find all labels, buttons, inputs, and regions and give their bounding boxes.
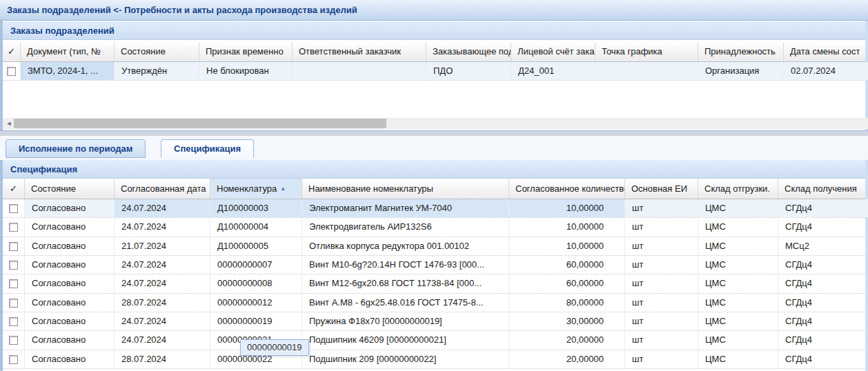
spec-cell-nomenclature[interactable]: Д100000004 xyxy=(210,218,302,237)
spec-cell-warehouse-to[interactable]: СГДц4 xyxy=(778,331,868,350)
spec-col-state[interactable]: Состояние xyxy=(25,179,115,199)
spec-cell-warehouse-to[interactable]: СГДц4 xyxy=(778,350,868,368)
tab-specification[interactable]: Спецификация xyxy=(161,139,254,158)
orders-select-all-header[interactable]: ✓ xyxy=(3,42,21,61)
spec-col-agreed-date[interactable]: Согласованная дата xyxy=(115,179,210,199)
orders-horizontal-scrollbar[interactable]: ◄ xyxy=(3,118,868,129)
row-checkbox[interactable] xyxy=(9,279,18,288)
spec-cell-nomenclature[interactable]: Д100000003 xyxy=(210,199,302,217)
spec-row-checkbox-cell[interactable] xyxy=(3,274,25,293)
spec-cell-nomenclature[interactable]: 00000000007 xyxy=(210,256,302,274)
spec-cell-qty[interactable]: 10,00000 xyxy=(509,218,625,237)
spec-cell-warehouse-from[interactable]: ЦМС xyxy=(698,274,778,293)
row-checkbox[interactable] xyxy=(9,223,18,232)
spec-cell-warehouse-to[interactable]: СГДц4 xyxy=(778,218,868,237)
row-checkbox[interactable] xyxy=(9,261,18,270)
orders-cell-state[interactable]: Утверждён xyxy=(115,62,199,80)
spec-cell-warehouse-to[interactable]: СГДц4 xyxy=(778,199,868,217)
spec-cell-warehouse-from[interactable]: ЦМС xyxy=(698,350,778,368)
spec-col-warehouse-from[interactable]: Склад отгрузки. xyxy=(698,179,778,199)
spec-cell-nomenclature[interactable]: Д100000005 xyxy=(210,237,302,255)
spec-cell-name[interactable]: Отливка корпуса редуктора 001.00102 xyxy=(302,237,509,255)
row-checkbox[interactable] xyxy=(9,242,18,251)
spec-cell-agreed-date[interactable]: 24.07.2024 xyxy=(115,331,210,350)
spec-cell-unit[interactable]: шт xyxy=(625,274,698,293)
scrollbar-thumb[interactable] xyxy=(14,119,386,128)
spec-cell-state[interactable]: Согласовано xyxy=(25,218,115,237)
spec-cell-qty[interactable]: 20,00000 xyxy=(509,350,625,368)
orders-cell-account[interactable]: Д24_001 xyxy=(511,62,595,80)
orders-col-responsible[interactable]: Ответственный заказчик xyxy=(293,42,426,61)
spec-cell-name[interactable]: Винт М12-6gx20.68 ГОСТ 11738-84 [000... xyxy=(302,274,509,293)
spec-cell-name[interactable]: Электродвигатель АИР132S6 xyxy=(302,218,509,237)
spec-cell-unit[interactable]: шт xyxy=(625,237,698,255)
spec-cell-name[interactable]: Подшипник 46209 [00000000021] xyxy=(302,331,509,350)
orders-col-document[interactable]: Документ (тип, № xyxy=(21,42,115,61)
row-checkbox[interactable] xyxy=(9,317,18,326)
row-checkbox[interactable] xyxy=(9,355,18,364)
spec-col-agreed-qty[interactable]: Согласованное количестве xyxy=(509,179,625,199)
spec-cell-state[interactable]: Согласовано xyxy=(25,237,115,255)
spec-cell-warehouse-to[interactable]: СГДц4 xyxy=(778,312,868,330)
spec-cell-agreed-date[interactable]: 28.07.2024 xyxy=(115,294,210,312)
orders-col-state-date[interactable]: Дата смены сост xyxy=(784,42,868,61)
spec-row-checkbox-cell[interactable] xyxy=(3,199,25,217)
spec-cell-qty[interactable]: 20,00000 xyxy=(509,331,625,350)
spec-cell-warehouse-from[interactable]: ЦМС xyxy=(698,256,778,274)
orders-cell-document[interactable]: ЗМТО, 2024-1, ... xyxy=(21,62,115,80)
spec-cell-state[interactable]: Согласовано xyxy=(25,312,115,330)
orders-col-account[interactable]: Лицевой счёт зака xyxy=(511,42,595,61)
spec-cell-warehouse-from[interactable]: ЦМС xyxy=(698,331,778,350)
spec-cell-nomenclature[interactable]: 00000000019 xyxy=(210,312,302,330)
spec-row-checkbox-cell[interactable] xyxy=(3,350,25,368)
spec-cell-agreed-date[interactable]: 24.07.2024 xyxy=(115,218,210,237)
spec-cell-unit[interactable]: шт xyxy=(625,350,698,368)
spec-row-checkbox-cell[interactable] xyxy=(3,256,25,274)
spec-cell-unit[interactable]: шт xyxy=(625,312,698,330)
spec-cell-warehouse-to[interactable]: СГДц4 xyxy=(778,256,868,274)
spec-cell-warehouse-to[interactable]: СГДц4 xyxy=(778,274,868,293)
spec-cell-warehouse-from[interactable]: ЦМС xyxy=(698,199,778,217)
spec-table-row[interactable]: Согласовано 28.07.2024 00000000012 Винт … xyxy=(3,294,865,312)
spec-cell-warehouse-from[interactable]: ЦМС xyxy=(698,312,778,330)
orders-col-schedule-point[interactable]: Точка графика xyxy=(595,42,698,61)
spec-cell-agreed-date[interactable]: 28.07.2024 xyxy=(115,350,210,368)
spec-cell-agreed-date[interactable]: 24.07.2024 xyxy=(115,312,210,330)
spec-row-checkbox-cell[interactable] xyxy=(3,331,25,350)
spec-row-checkbox-cell[interactable] xyxy=(3,237,25,255)
spec-cell-warehouse-to[interactable]: МСц2 xyxy=(778,237,868,255)
spec-cell-agreed-date[interactable]: 21.07.2024 xyxy=(115,237,210,255)
row-checkbox[interactable] xyxy=(9,299,18,308)
spec-row-checkbox-cell[interactable] xyxy=(3,312,25,330)
spec-cell-qty[interactable]: 60,00000 xyxy=(509,274,625,293)
spec-cell-warehouse-to[interactable]: СГДц4 xyxy=(778,294,868,312)
orders-col-block[interactable]: Признак временно xyxy=(199,42,293,61)
row-checkbox[interactable] xyxy=(9,336,18,345)
spec-table-row[interactable]: Согласовано 24.07.2024 Д100000004 Электр… xyxy=(3,218,865,237)
spec-cell-state[interactable]: Согласовано xyxy=(25,256,115,274)
scroll-left-icon[interactable]: ◄ xyxy=(4,119,14,128)
orders-col-state[interactable]: Состояние xyxy=(115,42,199,61)
spec-cell-unit[interactable]: шт xyxy=(625,218,698,237)
spec-row-checkbox-cell[interactable] xyxy=(3,294,25,312)
orders-cell-responsible[interactable] xyxy=(293,62,426,80)
spec-cell-qty[interactable]: 60,00000 xyxy=(509,256,625,274)
spec-col-nomenclature[interactable]: Номенклатура▲ xyxy=(210,179,302,199)
orders-cell-belonging[interactable]: Организация xyxy=(698,62,784,80)
row-checkbox[interactable] xyxy=(9,204,18,213)
spec-cell-nomenclature[interactable]: 00000000012 xyxy=(210,294,302,312)
orders-cell-department[interactable]: ПДО xyxy=(426,62,511,80)
spec-cell-warehouse-from[interactable]: ЦМС xyxy=(698,294,778,312)
row-checkbox[interactable] xyxy=(7,67,16,76)
orders-cell-block[interactable]: Не блокирован xyxy=(199,62,293,80)
tab-execution-by-periods[interactable]: Исполнение по периодам xyxy=(6,139,146,158)
spec-col-base-unit[interactable]: Основная ЕИ xyxy=(625,179,698,199)
spec-cell-name[interactable]: Винт М10-6g?20.14Н ГОСТ 1476-93 [000... xyxy=(302,256,509,274)
orders-cell-schedule-point[interactable] xyxy=(595,62,698,80)
spec-cell-qty[interactable]: 10,00000 xyxy=(509,237,625,255)
spec-cell-agreed-date[interactable]: 24.07.2024 xyxy=(115,199,210,217)
spec-cell-unit[interactable]: шт xyxy=(625,294,698,312)
spec-table-row[interactable]: Согласовано 28.07.2024 00000000022 Подши… xyxy=(3,350,865,369)
spec-cell-warehouse-from[interactable]: ЦМС xyxy=(698,218,778,237)
spec-table-row[interactable]: Согласовано 24.07.2024 00000000007 Винт … xyxy=(3,256,865,274)
